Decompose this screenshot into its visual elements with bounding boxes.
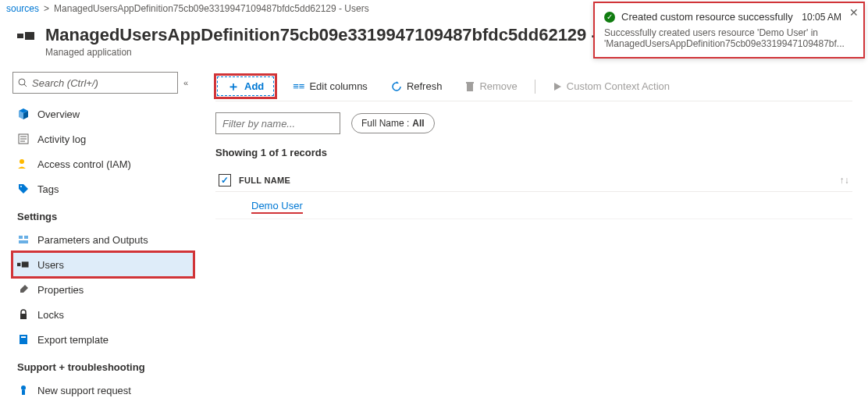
pill-label: Full Name :	[361, 118, 409, 129]
properties-icon	[17, 283, 30, 296]
parameters-icon	[17, 233, 30, 246]
toast-time: 10:05 AM	[802, 12, 841, 23]
access-control-icon	[17, 158, 30, 170]
svg-rect-10	[19, 236, 23, 239]
sidebar-item-label: Activity log	[37, 133, 86, 145]
refresh-icon	[391, 81, 402, 92]
svg-rect-13	[17, 263, 20, 266]
sidebar-section-settings: Settings	[12, 201, 194, 227]
columns-icon: ≡≡	[293, 80, 304, 92]
toast-title: Created custom resource successfully	[621, 11, 795, 23]
column-full-name[interactable]: Full Name	[239, 176, 290, 185]
remove-label: Remove	[479, 80, 517, 92]
svg-point-18	[21, 385, 26, 390]
svg-rect-19	[22, 390, 25, 395]
refresh-label: Refresh	[407, 80, 443, 92]
users-icon	[17, 258, 30, 271]
filter-name-input[interactable]	[215, 112, 340, 134]
breadcrumb-sep: >	[44, 3, 49, 14]
sidebar-item-overview[interactable]: Overview	[12, 101, 194, 126]
table-header: ✓ Full Name ↑↓	[215, 169, 852, 192]
svg-point-2	[19, 79, 25, 85]
add-button-label: Add	[244, 80, 264, 92]
svg-rect-17	[21, 336, 26, 338]
search-input[interactable]: Search (Ctrl+/)	[12, 72, 178, 94]
refresh-button[interactable]: Refresh	[385, 77, 449, 95]
breadcrumb-current: ManagedUsersAppDefinition75cb09e33199471…	[54, 3, 369, 14]
page-title: ManagedUsersAppDefinition75cb09e33199471…	[45, 25, 649, 45]
sidebar-item-label: New support request	[37, 385, 131, 396]
svg-point-9	[20, 186, 22, 187]
sidebar-item-activity-log[interactable]: Activity log	[12, 126, 194, 151]
sidebar-item-properties[interactable]: Properties	[12, 277, 194, 302]
sort-icon[interactable]: ↑↓	[839, 175, 849, 186]
sidebar-item-parameters[interactable]: Parameters and Outputs	[12, 227, 194, 252]
search-placeholder: Search (Ctrl+/)	[32, 77, 98, 89]
collapse-sidebar-button[interactable]: «	[178, 78, 194, 87]
play-icon	[553, 82, 562, 91]
export-template-icon	[17, 333, 30, 346]
support-icon	[17, 384, 30, 396]
pill-value: All	[412, 118, 424, 129]
svg-rect-12	[19, 240, 28, 243]
sidebar-item-locks[interactable]: Locks	[12, 302, 194, 327]
add-button[interactable]: ＋ Add	[217, 76, 274, 96]
custom-context-action-button[interactable]: Custom Context Action	[546, 77, 676, 95]
sidebar-item-label: Access control (IAM)	[37, 158, 131, 170]
sidebar-item-label: Tags	[37, 183, 59, 195]
close-toast-button[interactable]: ✕	[849, 6, 859, 19]
svg-rect-15	[20, 314, 27, 319]
sidebar-item-label: Export template	[37, 334, 108, 346]
breadcrumb-parent[interactable]: sources	[6, 3, 39, 14]
toast-body: Successfully created users resource 'Dem…	[604, 27, 841, 49]
svg-rect-11	[24, 236, 28, 239]
plus-icon: ＋	[227, 81, 240, 92]
lock-icon	[17, 308, 30, 321]
trash-icon	[465, 81, 475, 92]
tags-icon	[17, 183, 30, 195]
svg-rect-21	[466, 82, 474, 83]
remove-button[interactable]: Remove	[459, 77, 523, 95]
sidebar: Search (Ctrl+/) « Overview Activity log …	[0, 72, 200, 405]
svg-rect-16	[20, 335, 27, 344]
table-row[interactable]: Demo User	[215, 192, 852, 219]
activity-log-icon	[17, 133, 30, 145]
full-name-filter-pill[interactable]: Full Name : All	[351, 113, 435, 133]
managed-app-icon	[17, 30, 36, 42]
sidebar-item-label: Locks	[37, 309, 64, 321]
records-count: Showing 1 of 1 records	[215, 147, 852, 158]
select-all-checkbox[interactable]: ✓	[219, 174, 239, 187]
sidebar-item-users[interactable]: Users	[12, 252, 194, 277]
search-icon	[18, 78, 27, 87]
sidebar-item-new-support-request[interactable]: New support request	[12, 378, 194, 403]
svg-point-8	[20, 159, 24, 164]
sidebar-item-label: Properties	[37, 284, 84, 296]
user-link[interactable]: Demo User	[251, 200, 303, 214]
custom-action-label: Custom Context Action	[567, 80, 670, 92]
svg-rect-20	[467, 83, 473, 91]
main-content: ＋ Add ≡≡ Edit columns Refresh Remove Cus…	[200, 72, 868, 405]
filter-row: Full Name : All	[215, 112, 852, 134]
sidebar-item-tags[interactable]: Tags	[12, 176, 194, 201]
notification-toast: ✕ ✓ Created custom resource successfully…	[593, 2, 865, 59]
svg-line-3	[24, 84, 27, 87]
svg-rect-0	[17, 34, 23, 38]
toolbar-divider	[535, 80, 535, 94]
sidebar-item-label: Users	[37, 259, 64, 271]
toolbar: ＋ Add ≡≡ Edit columns Refresh Remove Cus…	[215, 72, 852, 101]
success-icon: ✓	[604, 12, 615, 23]
sidebar-section-support: Support + troubleshooting	[12, 352, 194, 378]
sidebar-item-access-control[interactable]: Access control (IAM)	[12, 151, 194, 176]
sidebar-item-label: Overview	[37, 108, 80, 120]
sidebar-item-label: Parameters and Outputs	[37, 234, 148, 246]
edit-columns-button[interactable]: ≡≡ Edit columns	[286, 77, 374, 95]
svg-rect-14	[22, 261, 29, 267]
page-subtitle: Managed application	[45, 47, 649, 58]
svg-rect-1	[25, 32, 34, 40]
overview-icon	[17, 108, 30, 120]
sidebar-item-export-template[interactable]: Export template	[12, 327, 194, 352]
edit-columns-label: Edit columns	[309, 80, 367, 92]
